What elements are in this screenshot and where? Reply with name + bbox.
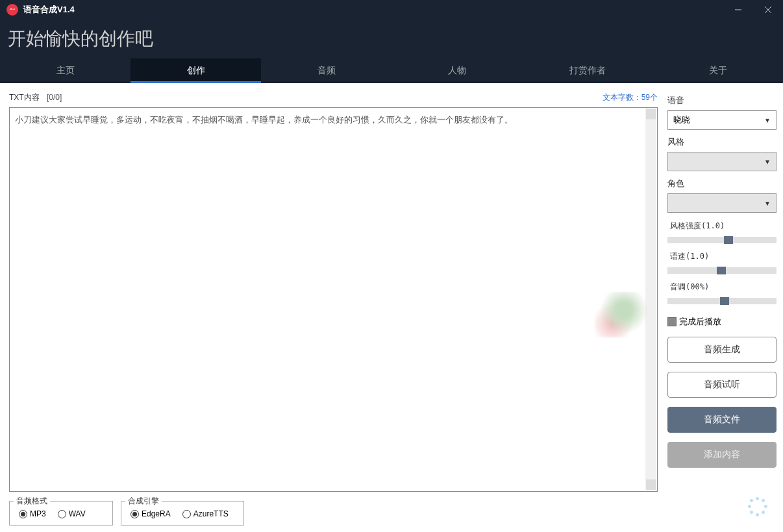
minimize-button[interactable]	[723, 0, 753, 19]
radio-azuretts[interactable]: AzureTTS	[182, 509, 229, 518]
tab-home[interactable]: 主页	[0, 58, 130, 83]
audio-file-button[interactable]: 音频文件	[667, 407, 777, 433]
tab-about[interactable]: 关于	[652, 58, 783, 83]
close-button[interactable]	[753, 0, 783, 19]
text-input-wrap	[9, 107, 658, 492]
preview-button[interactable]: 音频试听	[667, 372, 777, 398]
generate-button[interactable]: 音频生成	[667, 337, 777, 363]
tab-donate[interactable]: 打赏作者	[522, 58, 652, 83]
role-label: 角色	[667, 178, 777, 189]
style-intensity-label: 风格强度(1.0)	[667, 221, 777, 232]
char-count: 文本字数：59个	[603, 92, 658, 103]
radio-icon	[58, 510, 66, 518]
txt-counter: [0/0]	[47, 93, 62, 102]
scrollbar[interactable]	[645, 108, 656, 490]
window-title: 语音合成V1.4	[23, 4, 723, 16]
style-select[interactable]: ▼	[667, 152, 777, 171]
add-content-button[interactable]: 添加内容	[667, 442, 777, 468]
play-after-checkbox[interactable]: 完成后播放	[667, 316, 777, 328]
radio-mp3[interactable]: MP3	[19, 509, 46, 518]
audio-format-legend: 音频格式	[14, 496, 50, 507]
tab-audio[interactable]: 音频	[261, 58, 392, 83]
chevron-down-icon: ▼	[764, 158, 771, 165]
radio-edgera[interactable]: EdgeRA	[130, 509, 171, 518]
speed-slider[interactable]	[667, 267, 777, 274]
pitch-slider[interactable]	[667, 298, 777, 304]
pitch-label: 音调(00%)	[667, 282, 777, 293]
role-select[interactable]: ▼	[667, 193, 777, 213]
engine-legend: 合成引擎	[125, 496, 162, 507]
engine-group: 合成引擎 EdgeRA AzureTTS	[121, 501, 244, 526]
voice-select[interactable]: 晓晓 ▼	[667, 110, 777, 130]
tab-characters[interactable]: 人物	[392, 58, 522, 83]
speed-label: 语速(1.0)	[667, 251, 777, 262]
tab-bar: 主页 创作 音频 人物 打赏作者 关于	[0, 58, 783, 83]
audio-format-group: 音频格式 MP3 WAV	[9, 501, 113, 526]
text-input[interactable]	[10, 108, 657, 491]
checkbox-icon	[667, 317, 677, 326]
header: 开始愉快的创作吧	[0, 19, 783, 58]
style-label: 风格	[667, 136, 777, 148]
radio-icon	[19, 510, 27, 518]
app-logo-icon	[6, 4, 18, 16]
radio-icon	[182, 510, 191, 518]
chevron-down-icon: ▼	[764, 117, 771, 124]
radio-wav[interactable]: WAV	[58, 509, 86, 518]
page-title: 开始愉快的创作吧	[8, 27, 153, 51]
chevron-down-icon: ▼	[764, 200, 771, 207]
loading-spinner-icon	[748, 497, 767, 516]
txt-content-label: TXT内容	[9, 93, 40, 102]
voice-label: 语音	[667, 95, 777, 106]
radio-icon	[130, 510, 139, 518]
style-intensity-slider[interactable]	[667, 237, 777, 243]
titlebar: 语音合成V1.4	[0, 0, 783, 19]
tab-create[interactable]: 创作	[130, 58, 261, 83]
